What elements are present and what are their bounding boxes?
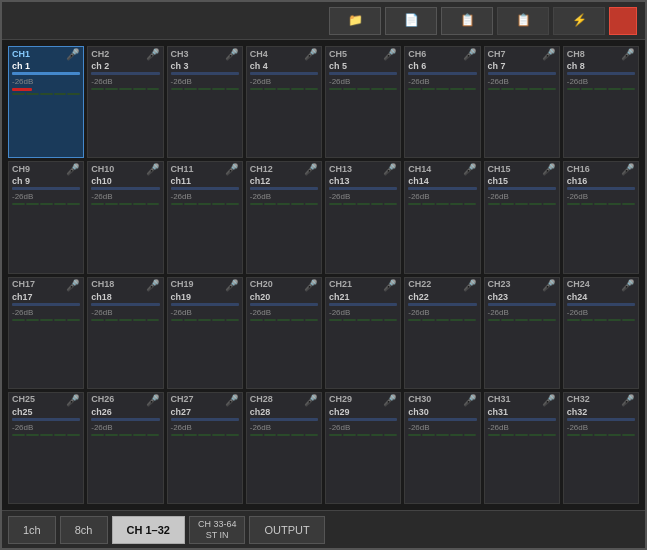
- meter-bars: [91, 319, 159, 321]
- ch-label: ch16: [567, 176, 635, 186]
- meter-bar-4: [291, 319, 304, 321]
- tab-8ch[interactable]: 8ch: [60, 516, 108, 544]
- meter-bars: [12, 434, 80, 436]
- blue-bar: [567, 72, 635, 75]
- default-button[interactable]: 📄: [385, 7, 437, 35]
- channel-cell-ch31[interactable]: CH31 🎤 ch31 -26dB: [484, 392, 560, 504]
- mic-icon: 🎤: [225, 164, 239, 175]
- compare-button[interactable]: ⚡: [553, 7, 605, 35]
- mic-icon: 🎤: [146, 49, 160, 60]
- meter-bar-2: [581, 319, 594, 321]
- channel-cell-ch19[interactable]: CH19 🎤 ch19 -26dB: [167, 277, 243, 389]
- meter-bar-1: [329, 319, 342, 321]
- channel-cell-ch12[interactable]: CH12 🎤 ch12 -26dB: [246, 161, 322, 273]
- mic-icon: 🎤: [304, 164, 318, 175]
- level-indicator: -26dB: [12, 77, 80, 86]
- copy-button[interactable]: 📋: [441, 7, 493, 35]
- ch-header: CH14 🎤: [408, 164, 476, 175]
- meter-bar-5: [147, 203, 160, 205]
- channel-cell-ch24[interactable]: CH24 🎤 ch24 -26dB: [563, 277, 639, 389]
- channel-cell-ch26[interactable]: CH26 🎤 ch26 -26dB: [87, 392, 163, 504]
- meter-bar-5: [543, 319, 556, 321]
- blue-bar: [250, 187, 318, 190]
- channel-cell-ch5[interactable]: CH5 🎤 ch 5 -26dB: [325, 46, 401, 158]
- channel-cell-ch30[interactable]: CH30 🎤 ch30 -26dB: [404, 392, 480, 504]
- blue-bar: [250, 72, 318, 75]
- close-button[interactable]: [609, 7, 637, 35]
- channel-cell-ch1[interactable]: CH1 🎤 ch 1 -26dB: [8, 46, 84, 158]
- channel-cell-ch29[interactable]: CH29 🎤 ch29 -26dB: [325, 392, 401, 504]
- meter-bar-3: [515, 88, 528, 90]
- meter-bar-4: [371, 319, 384, 321]
- ch-number: CH9: [12, 165, 30, 175]
- meter-bar-1: [250, 88, 263, 90]
- meter-bar-4: [608, 88, 621, 90]
- channel-cell-ch4[interactable]: CH4 🎤 ch 4 -26dB: [246, 46, 322, 158]
- level-indicator: -26dB: [329, 423, 397, 432]
- channel-cell-ch22[interactable]: CH22 🎤 ch22 -26dB: [404, 277, 480, 389]
- meter-bar-3: [198, 434, 211, 436]
- meter-bars: [488, 434, 556, 436]
- channel-cell-ch13[interactable]: CH13 🎤 ch13 -26dB: [325, 161, 401, 273]
- paste-button[interactable]: 📋: [497, 7, 549, 35]
- meter-bars: [408, 434, 476, 436]
- meter-bar-5: [305, 319, 318, 321]
- ch-header: CH8 🎤: [567, 49, 635, 60]
- meter-bar-2: [343, 434, 356, 436]
- blue-bar: [329, 72, 397, 75]
- blue-bar: [488, 72, 556, 75]
- channel-cell-ch16[interactable]: CH16 🎤 ch16 -26dB: [563, 161, 639, 273]
- channel-cell-ch3[interactable]: CH3 🎤 ch 3 -26dB: [167, 46, 243, 158]
- channel-cell-ch28[interactable]: CH28 🎤 ch28 -26dB: [246, 392, 322, 504]
- channel-cell-ch7[interactable]: CH7 🎤 ch 7 -26dB: [484, 46, 560, 158]
- channel-cell-ch2[interactable]: CH2 🎤 ch 2 -26dB: [87, 46, 163, 158]
- ch-header: CH1 🎤: [12, 49, 80, 60]
- level-indicator: -26dB: [488, 192, 556, 201]
- tab-ch33-64[interactable]: CH 33-64ST IN: [189, 516, 246, 544]
- meter-bar-3: [40, 319, 53, 321]
- tab-output[interactable]: OUTPUT: [249, 516, 324, 544]
- ch-number: CH3: [171, 50, 189, 60]
- tab-ch1-32[interactable]: CH 1–32: [112, 516, 185, 544]
- level-indicator: -26dB: [408, 308, 476, 317]
- tab-1ch[interactable]: 1ch: [8, 516, 56, 544]
- channel-cell-ch11[interactable]: CH11 🎤 ch11 -26dB: [167, 161, 243, 273]
- mic-icon: 🎤: [66, 49, 80, 60]
- level-indicator: -26dB: [91, 77, 159, 86]
- channel-cell-ch15[interactable]: CH15 🎤 ch15 -26dB: [484, 161, 560, 273]
- level-indicator: -26dB: [250, 192, 318, 201]
- channel-cell-ch10[interactable]: CH10 🎤 ch10 -26dB: [87, 161, 163, 273]
- ch-number: CH23: [488, 280, 511, 290]
- ch-label: ch30: [408, 407, 476, 417]
- level-indicator: -26dB: [91, 192, 159, 201]
- channel-cell-ch17[interactable]: CH17 🎤 ch17 -26dB: [8, 277, 84, 389]
- channel-cell-ch8[interactable]: CH8 🎤 ch 8 -26dB: [563, 46, 639, 158]
- ch-header: CH31 🎤: [488, 395, 556, 406]
- channel-cell-ch9[interactable]: CH9 🎤 ch 9 -26dB: [8, 161, 84, 273]
- channel-cell-ch23[interactable]: CH23 🎤 ch23 -26dB: [484, 277, 560, 389]
- channel-cell-ch18[interactable]: CH18 🎤 ch18 -26dB: [87, 277, 163, 389]
- meter-bar-4: [371, 203, 384, 205]
- channel-cell-ch14[interactable]: CH14 🎤 ch14 -26dB: [404, 161, 480, 273]
- library-button[interactable]: 📁: [329, 7, 381, 35]
- channel-cell-ch6[interactable]: CH6 🎤 ch 6 -26dB: [404, 46, 480, 158]
- meter-bar-1: [488, 319, 501, 321]
- meter-bars: [488, 319, 556, 321]
- paste-icon: 📋: [516, 14, 531, 26]
- channel-cell-ch21[interactable]: CH21 🎤 ch21 -26dB: [325, 277, 401, 389]
- meter-bar-4: [291, 434, 304, 436]
- meter-bar-4: [291, 88, 304, 90]
- ch-header: CH12 🎤: [250, 164, 318, 175]
- meter-bars: [171, 434, 239, 436]
- meter-bar-1: [91, 88, 104, 90]
- meter-bars: [408, 88, 476, 90]
- channel-cell-ch25[interactable]: CH25 🎤 ch25 -26dB: [8, 392, 84, 504]
- channel-cell-ch32[interactable]: CH32 🎤 ch32 -26dB: [563, 392, 639, 504]
- copy-icon: 📋: [460, 14, 475, 26]
- channel-cell-ch20[interactable]: CH20 🎤 ch20 -26dB: [246, 277, 322, 389]
- meter-bar-2: [343, 203, 356, 205]
- dynamics-window: 📁 📄 📋 📋 ⚡ CH1 🎤 ch 1 -26dB: [0, 0, 647, 550]
- mic-icon: 🎤: [542, 164, 556, 175]
- channel-cell-ch27[interactable]: CH27 🎤 ch27 -26dB: [167, 392, 243, 504]
- blue-bar: [567, 303, 635, 306]
